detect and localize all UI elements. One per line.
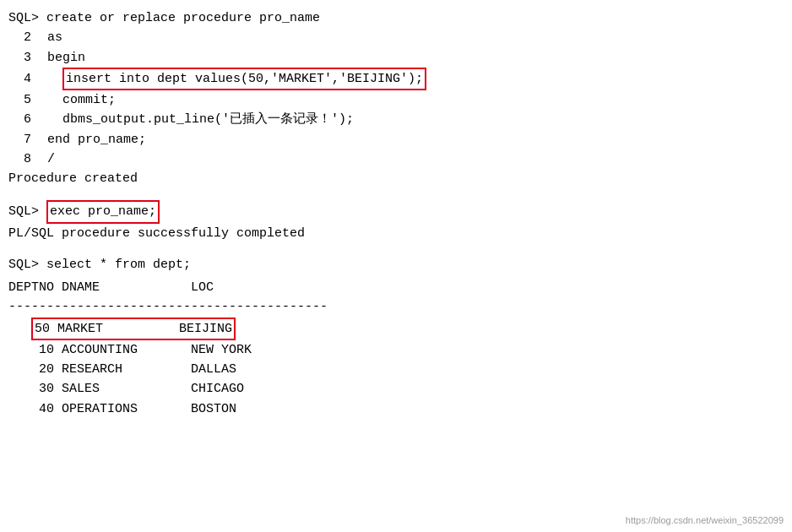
table-separator: ----------------------------------------… [8,297,777,317]
line-4-indent [32,69,62,89]
exec-cmd-highlight: exec pro_name; [46,200,160,223]
line-1: SQL> create or replace procedure pro_nam… [8,8,777,28]
table-row-30: 30 SALES CHICAGO [8,379,777,399]
line-5-text: commit; [32,90,116,110]
select-line: SQL> select * from dept; [8,255,777,274]
exec-result: PL/SQL procedure successfully completed [8,224,777,243]
code-block: SQL> create or replace procedure pro_nam… [8,8,777,419]
line-8-text: / [32,149,55,169]
exec-line: SQL> exec pro_name; [8,200,777,223]
line-4-highlight: insert into dept values(50,'MARKET','BEI… [62,68,426,90]
table-section: DEPTNO DNAME LOC -----------------------… [8,278,777,419]
table-header: DEPTNO DNAME LOC [8,278,777,297]
procedure-created: Procedure created [8,169,777,188]
line-3: 3 begin [8,48,777,68]
line-num-8: 8 [8,149,32,169]
line-3-text: begin [32,48,85,68]
table-row-10: 10 ACCOUNTING NEW YORK [8,340,777,360]
line-num-3: 3 [8,48,32,68]
sql-prompt-1: SQL> [8,8,46,28]
line-num-6: 6 [8,110,32,129]
select-cmd: select * from dept; [46,255,191,274]
line-num-5: 5 [8,90,32,110]
row-50-highlight: 50 MARKET BEIJING [31,318,236,340]
line-2: 2 as [8,28,777,47]
sql-prompt-exec: SQL> [8,202,46,221]
line-5: 5 commit; [8,90,777,110]
line-1-text: create or replace procedure pro_name [46,8,320,28]
line-8: 8 / [8,149,777,169]
table-row-40: 40 OPERATIONS BOSTON [8,399,777,419]
line-4: 4 insert into dept values(50,'MARKET','B… [8,68,777,90]
table-row-50: 50 MARKET BEIJING [8,318,777,340]
line-2-text: as [32,28,62,47]
sql-prompt-select: SQL> [8,255,46,274]
line-num-4: 4 [8,69,32,89]
line-6-text: dbms_output.put_line('已插入一条记录！'); [32,110,354,129]
row-50-indent [8,319,31,339]
watermark: https://blog.csdn.net/weixin_36522099 [626,515,784,525]
line-num-2: 2 [8,28,32,47]
line-7: 7 end pro_name; [8,130,777,149]
line-7-text: end pro_name; [32,130,146,149]
line-6: 6 dbms_output.put_line('已插入一条记录！'); [8,110,777,129]
line-num-7: 7 [8,130,32,149]
table-row-20: 20 RESEARCH DALLAS [8,360,777,379]
